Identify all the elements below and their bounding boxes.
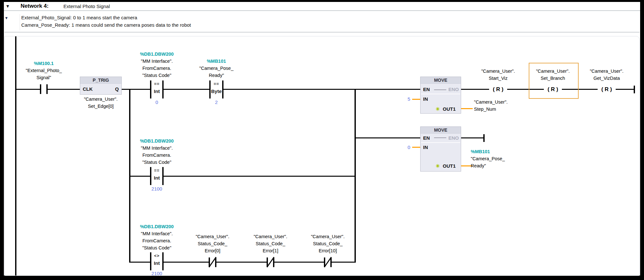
out-param-icon: ✳ [436,106,440,112]
operand-address: %MB101 [471,148,505,155]
operand-status-code-1[interactable]: %DB1.DBW200 "MM Interface". FromCamera. … [140,51,174,79]
comment-line-1[interactable]: External_Photo_Signal: 0 to 1 means star… [21,15,137,20]
operand-name: Set_Edge[0] [84,103,118,110]
network-title[interactable]: Network 4: [21,3,49,9]
operand-name: Ready" [199,72,233,79]
move-block-2[interactable]: MOVE EN ENO IN ✳ OUT1 [420,126,461,172]
operand-name: FromCamera. [140,152,174,159]
operand-name: "Camera_User". [311,233,345,240]
wire [48,89,80,90]
operand-address: %DB1.DBW200 [140,223,174,230]
lad-network-editor: ▼ Network 4: External Photo Signal ▼ Ext… [0,0,644,280]
network-subtitle[interactable]: External Photo Signal [63,4,110,9]
operand-name: Status_Code_ [311,240,345,247]
move-en-port[interactable]: EN [423,135,430,141]
cmp-type: Byte [209,89,223,94]
operand-status-code-2[interactable]: %DB1.DBW200 "MM Interface". FromCamera. … [140,137,174,166]
move1-in-value[interactable]: 5 [399,96,410,102]
operand-name: "Status Code" [140,159,174,166]
operand-status-code-error-1[interactable]: "Camera_User". Status_Code_ Error[1] [254,233,288,254]
operand-name: "Camera_User". [536,68,570,75]
cmp-contact-status-ne-2100[interactable]: <> Int [150,252,164,270]
p-trig-q-port[interactable]: Q [115,86,119,92]
row-separator [421,94,460,94]
contact-bar [40,84,41,94]
operand-name: "Camera_User". [84,96,118,103]
move-block-1[interactable]: MOVE EN ENO IN ✳ OUT1 [420,77,461,114]
move-out1-port[interactable]: OUT1 [443,163,456,169]
move-in-port[interactable]: IN [423,145,428,150]
rung-end-terminal [483,134,485,142]
operand-name: Error[0] [196,247,230,254]
reset-coil-start-viz[interactable]: ( R ) [489,85,507,94]
operand-name: "Camera_User". [196,233,230,240]
move-eno-port[interactable]: ENO [448,87,459,92]
cmp-contact-pose-ready-eq-2[interactable]: == Byte [209,80,223,98]
operand-status-code-3[interactable]: %DB1.DBW200 "MM Interface". FromCamera. … [140,223,174,251]
operand-set-edge[interactable]: "Camera_User". Set_Edge[0] [84,96,118,110]
move-eno-port[interactable]: ENO [448,135,459,141]
comment-collapse-icon[interactable]: ▼ [5,16,8,20]
move-en-port[interactable]: EN [423,87,430,92]
no-contact-external-photo-signal[interactable] [40,84,48,94]
row-separator [421,142,460,143]
move-out1-port[interactable]: OUT1 [443,106,456,112]
header-separator [4,10,640,11]
operand-name: "MM Interface". [140,145,174,152]
operand-name: FromCamera. [140,237,174,244]
in-wire [412,147,420,148]
cmp-compare-value[interactable]: 0 [156,99,158,105]
out-param-icon: ✳ [436,163,440,169]
operand-address: %MB101 [199,58,233,65]
comment-line-2[interactable]: Camera_Pose_Ready: 1 means could send th… [21,22,191,28]
wire [122,89,150,90]
wire [16,89,40,90]
operand-address: %DB1.DBW200 [140,137,174,145]
cmp-operator: == [150,81,164,86]
en-eno-link [434,89,446,90]
cmp-type: Int [150,175,164,181]
operand-start-viz[interactable]: "Camera_User". Start_Viz [481,68,515,82]
cmp-type: Int [150,89,164,94]
operand-set-branch[interactable]: "Camera_User". Set_Branch [536,68,570,82]
move-title: MOVE [421,127,461,134]
operand-name: "Status Code" [140,72,174,79]
comment-left-border [20,14,20,30]
operand-name: Error[10] [311,247,345,254]
operand-name: Step_Num [474,106,508,113]
power-rail [15,36,16,275]
operand-name: "Camera_Pose_ [471,155,505,162]
cmp-operator: <> [150,253,164,258]
cmp-compare-value[interactable]: 2 [215,99,218,105]
operand-address: %DB1.DBW200 [140,51,174,58]
operand-name: "External_Photo_ [26,67,62,74]
operand-name: Ready" [471,162,505,169]
operand-camera-pose-ready-2[interactable]: %MB101 "Camera_Pose_ Ready" [471,148,505,169]
cmp-contact-status-eq-2100[interactable]: == Int [150,167,164,185]
move-in-port[interactable]: IN [423,96,428,102]
wire [130,176,150,177]
cmp-contact-status-eq-0[interactable]: == Int [150,80,164,98]
operand-name: Signal" [26,74,62,81]
p-trig-clk-port[interactable]: CLK [83,86,93,92]
operand-external-photo-signal[interactable]: %M100.1 "External_Photo_ Signal" [26,60,62,81]
network-collapse-icon[interactable]: ▼ [5,4,10,9]
reset-coil-get-vizdata[interactable]: ( R ) [598,85,616,94]
operand-status-code-error-10[interactable]: "Camera_User". Status_Code_ Error[10] [311,233,345,254]
move-title: MOVE [421,77,461,84]
operand-step-num[interactable]: "Camera_User". Step_Num [474,98,508,113]
wire [223,89,420,90]
cmp-operator: == [150,168,164,173]
operand-name: "Camera_User". [481,68,515,75]
p-trig-block[interactable]: P_TRIG CLK Q [80,77,122,95]
operand-name: FromCamera. [140,65,174,72]
cmp-compare-value[interactable]: 2100 [151,186,162,191]
operand-name: Status_Code_ [254,240,288,247]
operand-get-vizdata[interactable]: "Camera_User". Get_VizData [590,68,624,82]
move2-in-value[interactable]: 0 [399,145,410,150]
cmp-compare-value[interactable]: 2100 [151,271,162,276]
operand-status-code-error-0[interactable]: "Camera_User". Status_Code_ Error[0] [196,233,230,254]
operand-name: "Camera_Pose_ [199,65,233,72]
operand-name: Status_Code_ [196,240,230,247]
operand-camera-pose-ready-1[interactable]: %MB101 "Camera_Pose_ Ready" [199,58,233,79]
